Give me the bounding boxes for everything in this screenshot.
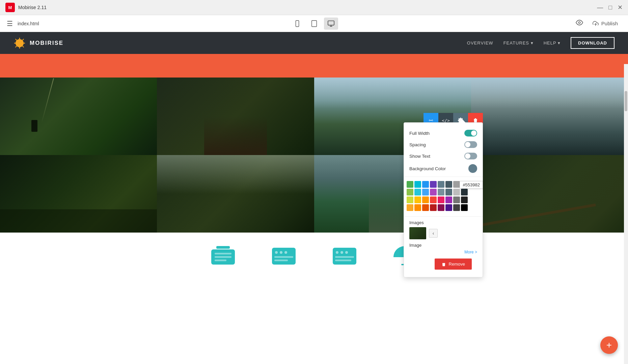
color-swatch[interactable] bbox=[438, 181, 444, 188]
svg-point-9 bbox=[16, 39, 24, 47]
svg-rect-33 bbox=[335, 256, 354, 258]
color-swatch[interactable] bbox=[438, 204, 444, 211]
publish-button[interactable]: Publish bbox=[589, 19, 621, 29]
device-switcher bbox=[290, 18, 338, 30]
svg-point-7 bbox=[578, 22, 580, 24]
fab-icon: + bbox=[606, 340, 612, 351]
hamburger-icon[interactable]: ☰ bbox=[7, 20, 13, 28]
svg-line-17 bbox=[16, 46, 17, 47]
toolbar-left: ☰ index.html bbox=[7, 20, 39, 28]
nav-overview[interactable]: OVERVIEW bbox=[467, 40, 493, 46]
image-label: Image bbox=[404, 241, 483, 248]
gallery-cell-6 bbox=[157, 155, 314, 233]
svg-rect-19 bbox=[216, 246, 230, 249]
preview-area: MOBIRISE OVERVIEW FEATURES ▾ HELP ▾ DOWN… bbox=[0, 32, 628, 364]
color-swatch[interactable] bbox=[445, 196, 452, 203]
show-text-row: Show Text bbox=[404, 150, 483, 162]
remove-button[interactable]: Remove bbox=[435, 259, 472, 270]
maximize-button[interactable]: □ bbox=[608, 4, 612, 10]
preview-button[interactable] bbox=[576, 19, 583, 28]
color-swatch[interactable] bbox=[414, 181, 421, 188]
nav-features[interactable]: FEATURES ▾ bbox=[503, 40, 534, 46]
more-link[interactable]: More > bbox=[404, 248, 483, 256]
svg-line-15 bbox=[23, 46, 24, 47]
color-swatch[interactable] bbox=[461, 196, 468, 203]
scrollbar[interactable] bbox=[624, 64, 628, 364]
scrollbar-thumb[interactable] bbox=[625, 91, 627, 111]
color-swatch[interactable] bbox=[422, 204, 429, 211]
color-swatch[interactable] bbox=[445, 204, 452, 211]
add-block-button[interactable]: + bbox=[600, 336, 618, 354]
tablet-device-button[interactable] bbox=[307, 18, 321, 30]
color-swatch[interactable] bbox=[461, 189, 468, 195]
color-swatch[interactable] bbox=[461, 204, 468, 211]
color-swatch[interactable] bbox=[453, 181, 460, 188]
color-swatch[interactable] bbox=[438, 189, 444, 195]
gallery-cell-8 bbox=[471, 155, 628, 233]
full-width-row: Full Width bbox=[404, 127, 483, 139]
color-swatch[interactable] bbox=[407, 189, 413, 195]
svg-rect-34 bbox=[335, 260, 351, 261]
images-label: Images bbox=[409, 220, 477, 225]
svg-point-32 bbox=[345, 251, 348, 254]
color-swatch[interactable] bbox=[453, 204, 460, 211]
color-swatch[interactable] bbox=[422, 196, 429, 203]
full-width-toggle[interactable] bbox=[464, 130, 477, 136]
desktop-device-button[interactable] bbox=[324, 18, 338, 30]
color-swatch[interactable] bbox=[414, 196, 421, 203]
close-button[interactable]: ✕ bbox=[618, 4, 623, 10]
color-swatch[interactable] bbox=[422, 189, 429, 195]
color-swatch[interactable] bbox=[430, 204, 437, 211]
color-swatch[interactable] bbox=[422, 181, 429, 188]
color-swatch[interactable] bbox=[430, 181, 437, 188]
site-navbar: MOBIRISE OVERVIEW FEATURES ▾ HELP ▾ DOWN… bbox=[0, 32, 628, 54]
app-icon: M bbox=[5, 3, 15, 12]
file-name: index.html bbox=[18, 21, 39, 26]
color-swatch[interactable] bbox=[438, 196, 444, 203]
bg-color-label: Background Color bbox=[409, 166, 446, 171]
icons-section bbox=[0, 233, 628, 280]
images-section: Images ‹ bbox=[404, 218, 483, 241]
svg-point-26 bbox=[284, 251, 287, 254]
minimize-button[interactable]: — bbox=[597, 4, 603, 10]
site-nav-links: OVERVIEW FEATURES ▾ HELP ▾ DOWNLOAD bbox=[467, 37, 615, 49]
image-thumbnail bbox=[409, 227, 426, 239]
color-swatch[interactable] bbox=[430, 189, 437, 195]
svg-point-30 bbox=[336, 251, 338, 254]
site-content: MOBIRISE OVERVIEW FEATURES ▾ HELP ▾ DOWN… bbox=[0, 32, 628, 364]
color-swatch[interactable] bbox=[407, 204, 413, 211]
svg-rect-4 bbox=[328, 21, 334, 25]
svg-rect-22 bbox=[215, 260, 226, 261]
images-row: ‹ bbox=[409, 227, 477, 239]
gallery-cell-1 bbox=[0, 78, 157, 155]
color-swatch[interactable] bbox=[407, 196, 413, 203]
nav-help[interactable]: HELP ▾ bbox=[544, 40, 561, 46]
mobile-device-button[interactable] bbox=[290, 18, 304, 30]
color-swatch[interactable] bbox=[445, 189, 452, 195]
color-swatch[interactable] bbox=[414, 204, 421, 211]
color-swatch[interactable] bbox=[453, 196, 460, 203]
image-nav-buttons: ‹ bbox=[429, 229, 438, 238]
spacing-row: Spacing bbox=[404, 139, 483, 150]
color-swatch[interactable] bbox=[414, 189, 421, 195]
bg-color-swatch[interactable] bbox=[468, 164, 477, 173]
spacing-toggle[interactable] bbox=[464, 141, 477, 148]
color-swatch[interactable] bbox=[430, 196, 437, 203]
color-swatch[interactable] bbox=[407, 181, 413, 188]
svg-point-25 bbox=[280, 251, 282, 254]
site-logo: MOBIRISE bbox=[13, 37, 63, 49]
toolbar: ☰ index.html bbox=[0, 15, 628, 32]
gallery-section bbox=[0, 78, 628, 233]
color-swatch[interactable] bbox=[445, 181, 452, 188]
gallery-cell-4 bbox=[471, 78, 628, 155]
title-bar: M Mobirise 2.11 — □ ✕ bbox=[0, 0, 628, 15]
show-text-toggle[interactable] bbox=[464, 153, 477, 159]
nav-download-button[interactable]: DOWNLOAD bbox=[571, 37, 615, 49]
prev-image-button[interactable]: ‹ bbox=[429, 229, 438, 238]
svg-rect-0 bbox=[296, 20, 299, 26]
feature-icon-1 bbox=[210, 244, 237, 268]
settings-arrow bbox=[459, 119, 466, 123]
color-swatch[interactable] bbox=[453, 189, 460, 195]
title-bar-controls: — □ ✕ bbox=[597, 4, 623, 10]
app-title: Mobirise 2.11 bbox=[18, 5, 47, 10]
